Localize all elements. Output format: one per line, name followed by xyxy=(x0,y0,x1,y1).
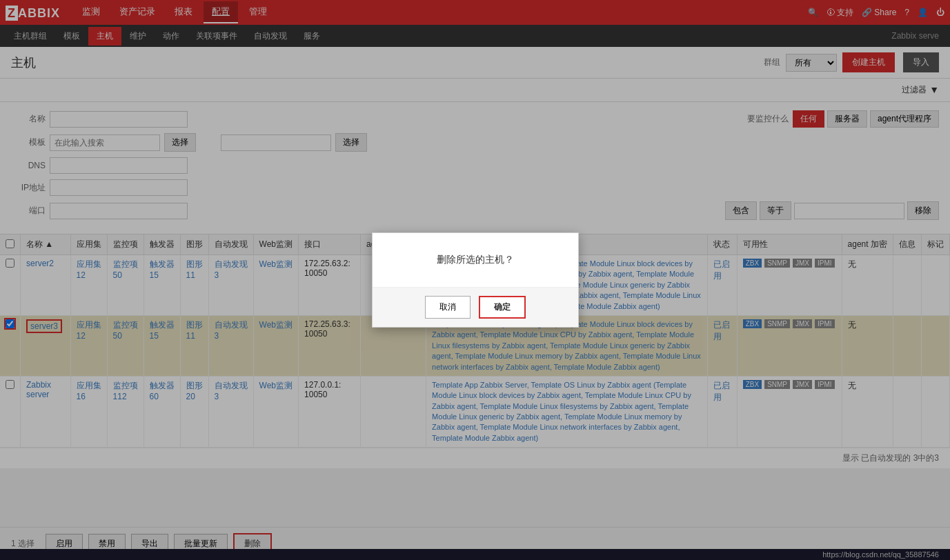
modal-footer: 取消 确定 xyxy=(373,288,578,327)
modal-overlay: 删除所选的主机？ 取消 确定 xyxy=(0,0,950,468)
modal-body: 删除所选的主机？ xyxy=(373,233,578,288)
modal-confirm-button[interactable]: 确定 xyxy=(479,296,526,319)
modal-cancel-button[interactable]: 取消 xyxy=(425,296,471,319)
modal-message: 删除所选的主机？ xyxy=(437,254,514,265)
delete-confirm-modal: 删除所选的主机？ 取消 确定 xyxy=(372,232,579,328)
